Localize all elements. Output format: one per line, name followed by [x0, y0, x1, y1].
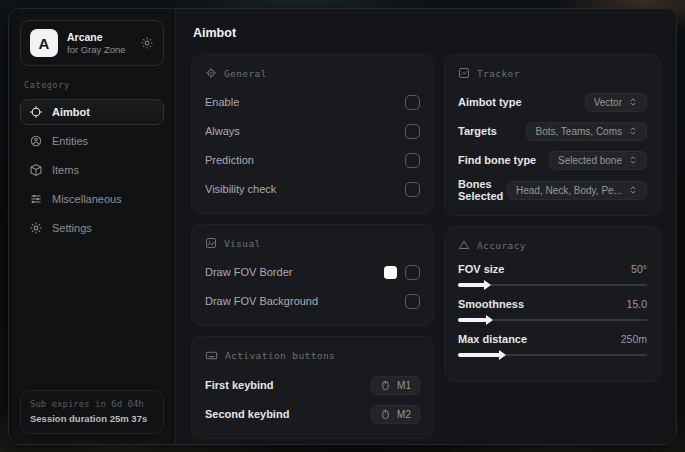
- setting-label: Second keybind: [205, 408, 289, 420]
- package-icon: [29, 163, 43, 177]
- setting-row-find-bone-type: Find bone type Selected bone: [458, 149, 647, 171]
- panel-title: General: [224, 68, 267, 79]
- chevrons-up-down-icon: [628, 185, 638, 195]
- setting-label: Prediction: [205, 154, 254, 166]
- sidebar: A Arcane for Gray Zone Category Aimbot: [9, 9, 176, 444]
- setting-label: Enable: [205, 96, 239, 108]
- setting-label: Bones Selected: [458, 178, 507, 202]
- subscription-info-card: Sub expires in 6d 04h Session duration 2…: [20, 390, 164, 434]
- setting-row-bones-selected: Bones Selected Head, Neck, Body, Pe...: [458, 178, 647, 202]
- smoothness-slider[interactable]: [458, 319, 647, 321]
- sliders-icon: [29, 192, 43, 206]
- crosshair-icon: [205, 67, 217, 79]
- sidebar-item-label: Settings: [52, 222, 92, 234]
- main-content: Aimbot General Enable: [176, 9, 676, 444]
- sub-expires-text: Sub expires in 6d 04h: [30, 398, 154, 412]
- setting-label: Draw FOV Background: [205, 295, 318, 307]
- enable-checkbox[interactable]: [405, 95, 420, 110]
- dropdown-value: Selected bone: [558, 155, 622, 166]
- chevrons-up-down-icon: [628, 126, 638, 136]
- setting-row-draw-fov-background: Draw FOV Background: [205, 290, 420, 312]
- visibility-check-checkbox[interactable]: [405, 182, 420, 197]
- setting-row-smoothness: Smoothness 15.0: [458, 298, 647, 321]
- panel-title: Tracker: [477, 68, 520, 79]
- panel-visual: Visual Draw FOV Border Draw FOV Backgrou…: [191, 224, 434, 326]
- setting-row-max-distance: Max distance 250m: [458, 333, 647, 356]
- setting-label: FOV size: [458, 263, 504, 275]
- sidebar-item-aimbot[interactable]: Aimbot: [20, 99, 164, 125]
- mouse-icon: [380, 380, 391, 391]
- setting-label: Draw FOV Border: [205, 266, 292, 278]
- setting-row-fov-size: FOV size 50°: [458, 263, 647, 286]
- dropdown-value: Head, Neck, Body, Pe...: [516, 185, 622, 196]
- keybind-value: M1: [397, 380, 411, 391]
- fov-size-slider[interactable]: [458, 284, 647, 286]
- aimbot-type-dropdown[interactable]: Vector: [585, 93, 647, 112]
- trend-chart-icon: [458, 67, 470, 79]
- setting-label: Max distance: [458, 333, 527, 345]
- setting-row-visibility-check: Visibility check: [205, 178, 420, 200]
- panel-activation-buttons: Activation buttons First keybind M1: [191, 336, 434, 439]
- second-keybind-button[interactable]: M2: [371, 405, 420, 424]
- setting-label: Targets: [458, 125, 497, 137]
- panel-title: Accuracy: [477, 240, 526, 251]
- find-bone-type-dropdown[interactable]: Selected bone: [549, 151, 647, 170]
- prediction-checkbox[interactable]: [405, 153, 420, 168]
- slider-fill: [458, 353, 501, 357]
- setting-row-always: Always: [205, 120, 420, 142]
- setting-row-aimbot-type: Aimbot type Vector: [458, 91, 647, 113]
- sidebar-item-entities[interactable]: Entities: [20, 128, 164, 154]
- category-label: Category: [24, 80, 160, 90]
- sidebar-item-label: Items: [52, 164, 79, 176]
- chevrons-up-down-icon: [628, 97, 638, 107]
- keyboard-icon: [205, 349, 218, 362]
- sidebar-item-label: Entities: [52, 135, 88, 147]
- slider-value: 250m: [621, 333, 647, 345]
- setting-row-enable: Enable: [205, 91, 420, 113]
- draw-fov-border-checkbox[interactable]: [405, 265, 420, 280]
- panel-tracker: Tracker Aimbot type Vector: [444, 54, 661, 216]
- panel-general: General Enable Always Prediction: [191, 54, 434, 214]
- setting-label: Visibility check: [205, 183, 276, 195]
- sidebar-item-settings[interactable]: Settings: [20, 215, 164, 241]
- bones-selected-dropdown[interactable]: Head, Neck, Body, Pe...: [507, 181, 647, 200]
- slider-fill: [458, 318, 488, 322]
- draw-fov-background-checkbox[interactable]: [405, 294, 420, 309]
- chevrons-up-down-icon: [628, 155, 638, 165]
- mouse-icon: [380, 409, 391, 420]
- setting-label: Find bone type: [458, 154, 536, 166]
- first-keybind-button[interactable]: M1: [371, 376, 420, 395]
- app-name: Arcane: [67, 31, 131, 44]
- slider-fill: [458, 283, 486, 287]
- app-subtitle: for Gray Zone: [67, 44, 131, 56]
- fov-border-color-swatch[interactable]: [384, 266, 397, 279]
- always-checkbox[interactable]: [405, 124, 420, 139]
- keybind-value: M2: [397, 409, 411, 420]
- sidebar-item-label: Miscellaneous: [52, 193, 122, 205]
- panel-accuracy: Accuracy FOV size 50° Smoothness: [444, 226, 661, 382]
- slider-value: 15.0: [627, 298, 647, 310]
- session-duration-text: Session duration 25m 37s: [30, 412, 154, 426]
- setting-row-targets: Targets Bots, Teams, Coms: [458, 120, 647, 142]
- setting-label: First keybind: [205, 379, 273, 391]
- entities-icon: [29, 134, 43, 148]
- page-title: Aimbot: [193, 26, 659, 40]
- setting-row-prediction: Prediction: [205, 149, 420, 171]
- image-icon: [205, 237, 217, 249]
- panel-title: Activation buttons: [225, 350, 335, 361]
- sidebar-item-items[interactable]: Items: [20, 157, 164, 183]
- setting-row-second-keybind: Second keybind M2: [205, 403, 420, 425]
- setting-label: Aimbot type: [458, 96, 522, 108]
- gear-icon: [29, 221, 43, 235]
- triangle-icon: [458, 239, 470, 251]
- setting-row-first-keybind: First keybind M1: [205, 374, 420, 396]
- panel-title: Visual: [224, 238, 261, 249]
- gear-icon[interactable]: [140, 36, 154, 50]
- app-logo: A: [30, 29, 58, 57]
- slider-value: 50°: [631, 263, 647, 275]
- setting-row-draw-fov-border: Draw FOV Border: [205, 261, 420, 283]
- sidebar-item-miscellaneous[interactable]: Miscellaneous: [20, 186, 164, 212]
- max-distance-slider[interactable]: [458, 354, 647, 356]
- targets-dropdown[interactable]: Bots, Teams, Coms: [526, 122, 647, 141]
- setting-label: Always: [205, 125, 240, 137]
